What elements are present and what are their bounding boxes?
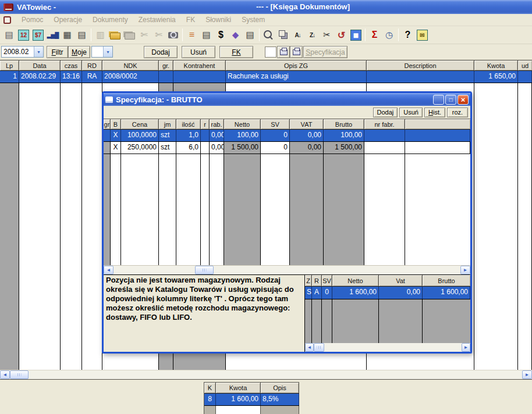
vat-row-selected[interactable]: 8 1 600,00 8,5% — [204, 394, 299, 406]
scroll-track[interactable] — [29, 370, 522, 379]
scroll-left-icon[interactable]: ◄ — [104, 266, 114, 274]
spec-table-empty-area[interactable] — [104, 154, 470, 265]
spreadsheet-icon[interactable]: ▦ — [61, 28, 74, 42]
cell-lp: 1 — [0, 71, 19, 83]
cell-czas: 13:16 — [61, 71, 82, 83]
bar-chart-icon[interactable]: ▂▅█ — [46, 28, 59, 42]
cell-vat: 0,00 — [290, 142, 324, 154]
cell-kwota: 1 650,00 — [474, 71, 518, 83]
menu-pomoc[interactable]: Pomoc — [16, 16, 48, 24]
menu-dokumenty[interactable]: Dokumenty — [87, 16, 133, 24]
col-ilosc: ilość — [176, 119, 201, 129]
email-icon[interactable]: ✉ — [417, 30, 428, 41]
usun-button[interactable]: Usuń — [182, 46, 215, 58]
list-icon[interactable]: ≡ — [185, 28, 198, 42]
close-icon[interactable]: × — [457, 95, 469, 105]
col-brutto: Brutto — [324, 119, 364, 129]
search-icon[interactable] — [262, 28, 275, 42]
menu-zestawienia[interactable]: Zestawienia — [133, 16, 181, 24]
scroll-thumb[interactable] — [10, 370, 29, 379]
spec-row-selected[interactable]: X 100,0000 szt 1,0 0,00 100,00 0 0,00 10… — [104, 130, 470, 142]
print-icon[interactable]: ▤ — [2, 28, 16, 42]
dialog-titlebar[interactable]: Specyfikacja: - BRUTTO _ □ × — [104, 93, 470, 106]
dollar-icon[interactable]: $ — [214, 28, 228, 42]
cut-icon[interactable]: ✂ — [320, 28, 334, 42]
camera-icon[interactable] — [166, 28, 180, 42]
spec-hscrollbar: ◄ ► — [104, 265, 470, 274]
sum-icon[interactable]: Σ — [368, 28, 381, 42]
chevron-down-icon[interactable]: ▼ — [103, 47, 112, 57]
scroll-right-icon[interactable]: ► — [462, 343, 470, 352]
menu-system[interactable]: System — [236, 16, 270, 24]
scroll-left-icon[interactable]: ◄ — [305, 343, 314, 352]
cell-sv: 0 — [261, 142, 290, 154]
hierarchy-icon[interactable] — [276, 28, 290, 42]
calendar-12-icon[interactable]: 12 — [18, 30, 29, 41]
dialog-hist-button[interactable]: Hist. — [424, 108, 445, 117]
sort-za-icon[interactable]: Z↓ — [306, 28, 319, 42]
scroll-right-icon[interactable]: ► — [460, 266, 470, 274]
totals-header: Z R SV Netto Vat Brutto — [305, 275, 470, 287]
scroll-track[interactable] — [324, 343, 462, 352]
scroll-right-icon[interactable]: ► — [522, 370, 532, 379]
col-r: R — [312, 275, 322, 286]
cell-data: 2008.02.29 — [19, 71, 61, 83]
app-window: VATowiec - --- - [Księga Dokumentów] Pom… — [0, 0, 532, 414]
totals-row-selected[interactable]: S A 0 1 600,00 0,00 1 600,00 — [305, 287, 470, 299]
sort-az-icon[interactable]: A↓ — [291, 28, 304, 42]
maximize-button[interactable]: □ — [445, 95, 456, 105]
column-bg-lp — [0, 83, 19, 370]
cell-ud — [518, 71, 532, 83]
spec-table-header: gr B Cena jm ilość r rab. Netto SV VAT B… — [104, 119, 470, 130]
app-icon — [3, 3, 13, 11]
column-bg-ud — [518, 83, 532, 370]
help-icon[interactable]: ? — [401, 28, 414, 42]
toolbar-separator — [365, 28, 366, 41]
filtr-button[interactable]: Filtr — [47, 46, 68, 58]
report-icon[interactable]: ▤ — [75, 28, 88, 42]
dialog-usun-button[interactable]: Usuń — [399, 108, 423, 117]
col-netto: Netto — [224, 119, 261, 129]
chevron-down-icon[interactable]: ▼ — [34, 47, 43, 57]
clock-icon[interactable]: ◷ — [382, 28, 396, 42]
moje-button[interactable]: Moje — [68, 46, 90, 58]
col-sv: SV — [261, 119, 290, 129]
bottom-panel: K Kwota Opis 8 1 600,00 8,5% — [0, 379, 532, 414]
col-nr-fabr: nr fabr. — [364, 119, 405, 129]
info-text: Pozycja nie jest towarem magazynowym. Ro… — [104, 275, 304, 352]
scroll-thumb[interactable] — [314, 343, 324, 352]
open-folder-icon[interactable] — [108, 28, 122, 42]
totals-table: Z R SV Netto Vat Brutto S A 0 1 600,00 0… — [304, 275, 470, 352]
refresh-icon[interactable]: ↺ — [335, 28, 348, 42]
scroll-thumb[interactable] — [195, 266, 214, 274]
spec-row[interactable]: X 250,0000 szt 6,0 0,00 1 500,00 0 0,00 … — [104, 142, 470, 154]
scroll-track[interactable] — [214, 266, 460, 274]
dodaj-button[interactable]: Dodaj — [144, 46, 178, 58]
group-select[interactable]: ▼ — [91, 46, 113, 58]
document-row-selected[interactable]: 1 2008.02.29 13:16 RA 2008/0002 Rachunek… — [0, 71, 532, 83]
toolbar-separator — [91, 28, 91, 41]
filter-flag-icon[interactable]: ◆ — [229, 28, 242, 42]
cell-k: 8 — [204, 394, 216, 405]
column-header-lp: Lp — [0, 60, 19, 70]
print-button-1[interactable] — [277, 46, 290, 58]
scroll-left-icon[interactable]: ◄ — [0, 370, 10, 379]
toolbar-separator — [182, 28, 183, 41]
specyfikacja-button[interactable]: Specyfikacja — [303, 46, 347, 58]
text-lines-icon[interactable]: ▤ — [200, 28, 213, 42]
fk-button[interactable]: FK — [219, 46, 253, 58]
minimize-button[interactable]: _ — [433, 95, 444, 105]
dialog-dodaj-button[interactable]: Dodaj — [373, 108, 398, 117]
menu-operacje[interactable]: Operacje — [48, 16, 87, 24]
dialog-roz-button[interactable]: roz. — [447, 108, 468, 117]
menu-slowniki[interactable]: Słowniki — [200, 16, 236, 24]
print-button-2[interactable] — [290, 46, 303, 58]
calendar-money-icon[interactable]: $7 — [33, 30, 44, 41]
document-lines-icon[interactable]: ▤ — [243, 28, 257, 42]
calculator-icon[interactable]: ▦ — [350, 30, 361, 41]
menu-fk[interactable]: FK — [181, 16, 200, 24]
cell-cena: 250,0000 — [121, 142, 159, 154]
cell-rab: 0,00 — [210, 142, 224, 154]
cell-jm: szt — [159, 130, 176, 141]
period-select[interactable]: 2008.02 ▼ — [1, 46, 44, 58]
